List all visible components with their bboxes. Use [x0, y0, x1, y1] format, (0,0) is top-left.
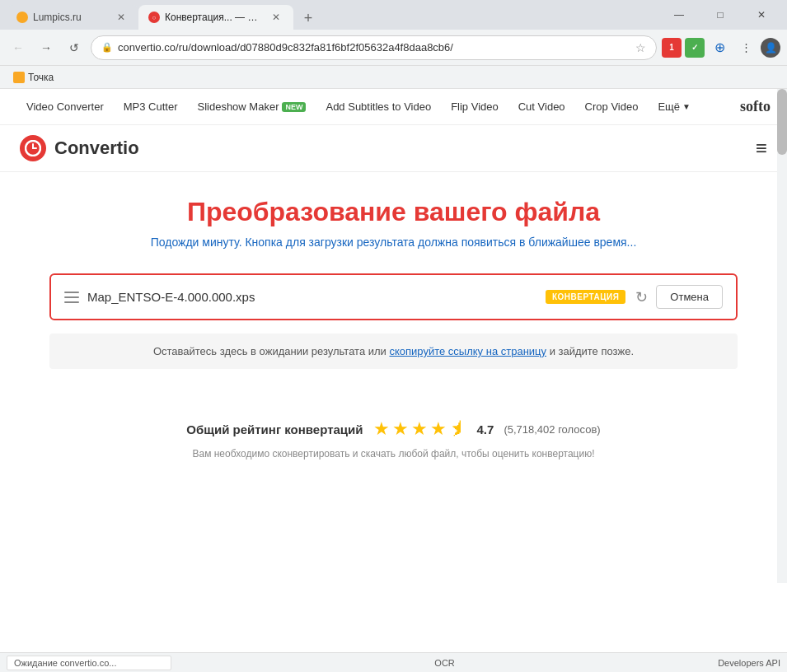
profile-icon[interactable]: 👤 — [761, 38, 780, 58]
status-bar: Ожидание convertio.co... OCR Developers … — [0, 652, 787, 672]
forward-button[interactable]: → — [35, 36, 58, 59]
new-tab-button[interactable]: + — [297, 7, 320, 30]
tab-convertio[interactable]: ○ Конвертация... — Convertio ✕ — [138, 5, 293, 30]
lock-icon: 🔒 — [101, 42, 113, 53]
rating-label: Общий рейтинг конвертаций — [186, 422, 363, 436]
conversion-box: Map_ENTSO-E-4.000.000.xps КОНВЕРТАЦИЯ ↻ … — [49, 273, 738, 320]
tab-close-convertio[interactable]: ✕ — [269, 10, 283, 25]
star-3: ★ — [411, 418, 428, 440]
tab-bar: Lumpics.ru ✕ ○ Конвертация... — Converti… — [7, 0, 653, 30]
browser-menu-button[interactable]: ⋮ — [734, 36, 757, 59]
status-ocr: OCR — [434, 658, 454, 668]
logo-area: Convertio — [20, 135, 139, 161]
cancel-button[interactable]: Отмена — [656, 285, 723, 309]
star-2: ★ — [392, 418, 409, 440]
bookmarks-bar: Точка — [0, 66, 787, 89]
star-5: ⯨ — [449, 418, 467, 440]
tab-label-convertio: Конвертация... — Convertio — [165, 12, 264, 23]
file-name: Map_ENTSO-E-4.000.000.xps — [87, 290, 546, 304]
scrollbar[interactable] — [777, 89, 787, 583]
conversion-badge: КОНВЕРТАЦИЯ — [546, 290, 625, 304]
hamburger-menu-button[interactable]: ≡ — [756, 137, 767, 160]
info-box: Оставайтесь здесь в ожидании результата … — [49, 334, 738, 369]
star-1: ★ — [373, 418, 390, 440]
info-text-after: и зайдите позже. — [546, 345, 634, 357]
status-url: Ожидание convertio.co... — [7, 656, 171, 670]
bookmark-label: Точка — [28, 72, 54, 83]
address-bar: ← → ↺ 🔒 convertio.co/ru/download/d07880d… — [0, 30, 787, 66]
rating-row: Общий рейтинг конвертаций ★ ★ ★ ★ ⯨ 4.7 … — [49, 418, 738, 440]
hamburger-file-icon — [64, 291, 79, 304]
main-subtitle: Подожди минуту. Кнопка для загрузки резу… — [49, 236, 738, 249]
main-content: Преобразование вашего файла Подожди мину… — [0, 172, 787, 476]
file-menu-icon — [64, 291, 79, 304]
rating-count: (5,718,402 голосов) — [504, 423, 600, 436]
tab-close-lumpics[interactable]: ✕ — [114, 10, 129, 25]
nav-video-converter[interactable]: Video Converter — [16, 89, 114, 125]
logo-bar: Convertio ≡ — [0, 125, 787, 172]
nav-cut-video[interactable]: Cut Video — [508, 89, 575, 125]
status-api: Developers API — [718, 658, 780, 668]
nav-flip-video[interactable]: Flip Video — [441, 89, 508, 125]
nav-crop-video[interactable]: Crop Video — [575, 89, 649, 125]
rating-score: 4.7 — [477, 422, 494, 436]
back-button[interactable]: ← — [7, 36, 30, 59]
maximize-button[interactable]: □ — [701, 2, 739, 27]
tab-favicon-convertio: ○ — [148, 12, 160, 23]
new-badge: NEW — [282, 102, 306, 112]
ext-btn-1[interactable]: 1 — [662, 38, 682, 58]
reload-button[interactable]: ↺ — [63, 36, 86, 59]
stars: ★ ★ ★ ★ ⯨ — [373, 418, 467, 440]
nav-slideshow-maker[interactable]: Slideshow Maker NEW — [187, 89, 316, 125]
nav-mp3-cutter[interactable]: MP3 Cutter — [114, 89, 188, 125]
svg-rect-3 — [64, 301, 79, 303]
tab-favicon-lumpics — [16, 12, 28, 23]
tab-label-lumpics: Lumpics.ru — [33, 12, 82, 23]
convertio-logo-svg — [25, 140, 41, 156]
bookmark-favicon — [13, 72, 25, 83]
softo-logo[interactable]: softo — [740, 98, 771, 115]
nav-add-subtitles[interactable]: Add Subtitles to Video — [316, 89, 441, 125]
url-text: convertio.co/ru/download/d07880d9c832fa8… — [118, 41, 630, 54]
refresh-icon[interactable]: ↻ — [635, 288, 648, 306]
star-4: ★ — [430, 418, 447, 440]
site-navbar: Video Converter MP3 Cutter Slideshow Mak… — [0, 89, 787, 125]
rating-section: Общий рейтинг конвертаций ★ ★ ★ ★ ⯨ 4.7 … — [49, 402, 738, 460]
title-bar: Lumpics.ru ✕ ○ Конвертация... — Converti… — [0, 0, 787, 30]
info-link[interactable]: скопируйте ссылку на страницу — [389, 345, 546, 357]
ext-btn-globe[interactable]: ⊕ — [708, 36, 731, 59]
window-controls: — □ ✕ — [660, 2, 780, 27]
dropdown-arrow-icon: ▼ — [682, 102, 691, 111]
rating-note: Вам необходимо сконвертировать и скачать… — [49, 448, 738, 460]
logo-text: Convertio — [54, 138, 139, 159]
minimize-button[interactable]: — — [660, 2, 698, 27]
logo-icon — [20, 135, 46, 161]
bookmark-star-icon[interactable]: ☆ — [635, 41, 646, 54]
main-title: Преобразование вашего файла — [49, 197, 738, 227]
ext-btn-check[interactable]: ✓ — [685, 38, 705, 58]
bookmark-tochka[interactable]: Точка — [7, 70, 60, 85]
nav-more[interactable]: Ещё ▼ — [648, 89, 700, 125]
info-text-before: Оставайтесь здесь в ожидании результата … — [153, 345, 390, 357]
svg-rect-2 — [64, 296, 79, 298]
tab-lumpics[interactable]: Lumpics.ru ✕ — [7, 5, 138, 30]
scrollbar-thumb[interactable] — [777, 89, 787, 155]
svg-rect-1 — [64, 292, 79, 293]
url-bar[interactable]: 🔒 convertio.co/ru/download/d07880d9c832f… — [91, 35, 657, 60]
close-button[interactable]: ✕ — [742, 2, 780, 27]
browser-actions: 1 ✓ ⊕ ⋮ 👤 — [662, 36, 780, 59]
